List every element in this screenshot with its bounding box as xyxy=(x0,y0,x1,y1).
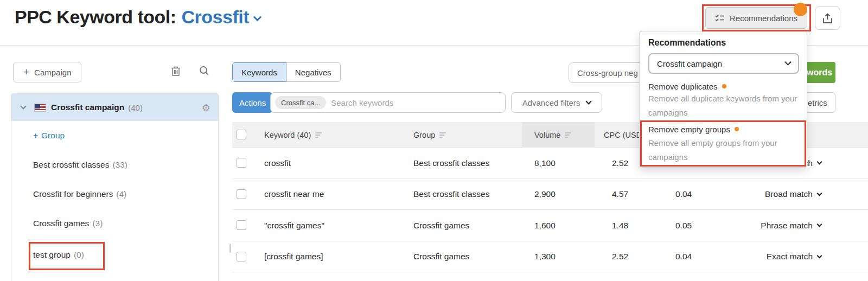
add-keywords-button[interactable]: words xyxy=(805,62,835,83)
select-all-checkbox[interactable] xyxy=(237,130,246,139)
table-row: crossfit near me Best crossfit classes 2… xyxy=(232,179,868,210)
remove-empty-groups-item[interactable]: Remove empty groups xyxy=(648,125,739,134)
volume-cell: 8,100 xyxy=(534,148,556,179)
row-checkbox[interactable] xyxy=(237,158,246,168)
column-label: Volume xyxy=(534,131,560,139)
campaign-selector[interactable]: Crossfit xyxy=(182,7,249,27)
cpc-cell: 1.48 xyxy=(612,210,628,241)
remove-empty-groups-label: Remove empty groups xyxy=(648,125,730,134)
group-cell: Best crossfit classes xyxy=(413,179,489,210)
remove-duplicates-description: Remove all duplicate keywords from your … xyxy=(648,92,798,120)
panel-campaign-select[interactable]: Crossfit campaign xyxy=(648,53,799,74)
plus-icon: + xyxy=(33,131,38,140)
column-header-volume[interactable]: Volume xyxy=(534,122,571,148)
search-icon xyxy=(199,66,209,76)
tab-negatives[interactable]: Negatives xyxy=(286,62,341,82)
group-count: (0) xyxy=(74,250,84,259)
actions-button[interactable]: Actions xyxy=(232,92,273,113)
group-cell: Best crossfit classes xyxy=(413,148,489,179)
recommendations-button-label: Recommendations xyxy=(730,14,797,23)
column-label: CPC (USD) xyxy=(604,131,644,139)
chevron-down-icon xyxy=(817,159,822,165)
volume-cell: 2,900 xyxy=(534,179,556,210)
keywords-negatives-tabs: Keywords Negatives xyxy=(232,62,341,82)
chevron-down-icon xyxy=(817,190,822,196)
add-campaign-label: Campaign xyxy=(34,68,71,77)
campaign-name: Crossfit campaign xyxy=(51,103,124,112)
group-cell: Crossfit games xyxy=(413,210,469,241)
column-header-keyword[interactable]: Keyword (40) xyxy=(264,122,322,148)
row-checkbox[interactable] xyxy=(237,220,246,230)
match-type-label: Phrase match xyxy=(761,221,813,231)
row-checkbox[interactable] xyxy=(237,189,246,199)
match-type-dropdown[interactable]: Phrase match xyxy=(761,210,821,241)
us-flag-icon xyxy=(34,104,46,112)
export-icon xyxy=(822,13,833,24)
campaign-keyword-count: (40) xyxy=(128,103,143,112)
recommendations-button[interactable]: Recommendations xyxy=(705,7,807,29)
metric-cell: 0.04 xyxy=(675,241,692,273)
campaign-filter-chip[interactable]: Crossfit ca... xyxy=(275,96,326,109)
table-row: "crossfit games" Crossfit games 1,600 1.… xyxy=(232,210,868,241)
sidebar-group-crossfit-for-beginners[interactable]: Crossfit for beginners(4) xyxy=(33,189,126,199)
panel-resize-handle[interactable] xyxy=(229,244,231,253)
recommendations-panel: Recommendations Crossfit campaign Remove… xyxy=(639,31,807,168)
add-group-label: Group xyxy=(41,131,65,140)
sidebar-group-test-group[interactable]: test group(0) xyxy=(33,250,84,260)
panel-title: Recommendations xyxy=(648,38,726,48)
search-keywords-input[interactable] xyxy=(331,98,501,107)
table-row: [crossfit games] Crossfit games 1,300 2.… xyxy=(232,241,868,273)
trash-icon xyxy=(171,66,181,76)
match-type-label: Exact match xyxy=(767,252,813,261)
add-campaign-button[interactable]: + Campaign xyxy=(13,62,81,82)
notification-dot xyxy=(722,84,726,88)
remove-duplicates-item[interactable]: Remove duplicates xyxy=(648,82,726,91)
page-title: PPC Keyword tool:Crossfit xyxy=(15,7,260,28)
cpc-cell: 2.52 xyxy=(612,148,628,179)
advanced-filters-button[interactable]: Advanced filters xyxy=(511,92,602,113)
panel-campaign-select-value: Crossfit campaign xyxy=(657,59,722,68)
column-header-cpc[interactable]: CPC (USD) xyxy=(604,122,644,148)
group-name: Best crossfit classes xyxy=(33,160,109,169)
tab-keywords[interactable]: Keywords xyxy=(232,62,286,82)
search-groups-button[interactable] xyxy=(199,66,212,79)
gear-icon[interactable]: ⚙ xyxy=(202,102,210,113)
metric-cell: 0.04 xyxy=(675,179,692,210)
sidebar-campaign-row[interactable]: Crossfit campaign (40) ⚙ xyxy=(11,94,218,121)
match-type-dropdown[interactable]: Exact match xyxy=(767,241,821,273)
sidebar-group-crossfit-games[interactable]: Crossfit games(3) xyxy=(33,219,103,228)
sort-icon xyxy=(315,132,322,138)
sidebar-group-best-crossfit-classes[interactable]: Best crossfit classes(33) xyxy=(33,160,127,170)
notification-dot xyxy=(794,3,807,16)
volume-cell: 1,300 xyxy=(534,241,556,273)
campaign-sidebar: Crossfit campaign (40) ⚙ +Group Best cro… xyxy=(11,93,219,281)
volume-cell: 1,600 xyxy=(534,210,556,241)
metric-cell: 0.05 xyxy=(675,210,692,241)
add-group-button[interactable]: +Group xyxy=(33,131,65,140)
column-header-group[interactable]: Group xyxy=(413,122,446,148)
row-checkbox[interactable] xyxy=(237,252,246,261)
group-count: (4) xyxy=(116,189,126,199)
chevron-down-icon[interactable] xyxy=(20,103,26,109)
keyword-cell: [crossfit games] xyxy=(264,241,323,273)
keyword-search-box: Crossfit ca... xyxy=(270,92,506,113)
remove-empty-groups-description: Remove all empty groups from your campai… xyxy=(648,136,798,164)
trash-button[interactable] xyxy=(171,66,184,79)
group-name: Crossfit games xyxy=(33,219,89,228)
group-count: (33) xyxy=(112,160,127,169)
ppc-keyword-tool: PPC Keyword tool:Crossfit Recommendation… xyxy=(0,0,868,281)
remove-duplicates-label: Remove duplicates xyxy=(648,82,718,91)
keyword-cell: "crossfit games" xyxy=(264,210,324,241)
match-type-dropdown[interactable]: Broad match xyxy=(765,179,821,210)
chevron-down-icon xyxy=(817,222,822,227)
chevron-down-icon xyxy=(784,59,792,66)
notification-dot xyxy=(735,127,739,131)
advanced-filters-label: Advanced filters xyxy=(522,98,580,107)
plus-icon: + xyxy=(23,66,29,78)
export-button[interactable] xyxy=(815,7,840,30)
update-metrics-button[interactable]: etrics xyxy=(805,92,835,113)
keyword-cell: crossfit xyxy=(264,148,291,179)
group-name: test group xyxy=(33,250,71,259)
cpc-cell: 2.52 xyxy=(612,241,628,273)
cpc-cell: 4.57 xyxy=(612,179,628,210)
